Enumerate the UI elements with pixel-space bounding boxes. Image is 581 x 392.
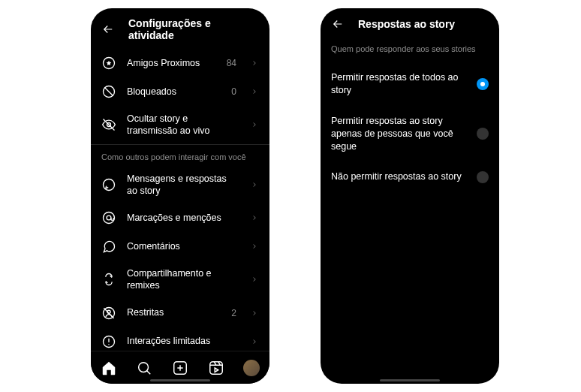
radio-option[interactable]: Não permitir respostas ao story	[321, 161, 499, 192]
radio-button[interactable]	[477, 78, 489, 90]
settings-row[interactable]: Amigos Proximos84	[91, 49, 269, 77]
chevron-right-icon	[250, 309, 259, 318]
eye-off-icon	[101, 117, 116, 132]
radio-button[interactable]	[477, 171, 489, 183]
chevron-right-icon	[250, 275, 259, 284]
plus-square-icon	[172, 360, 188, 376]
star-circle-icon	[101, 56, 116, 71]
back-button[interactable]	[331, 17, 345, 31]
svg-point-12	[139, 362, 149, 372]
settings-row[interactable]: Compartilhamento e remixes	[91, 261, 269, 299]
row-label: Bloqueados	[127, 86, 221, 98]
row-label: Marcações e menções	[127, 212, 239, 224]
nav-reels[interactable]	[206, 358, 226, 378]
home-icon	[101, 360, 117, 376]
row-label: Ocultar story e transmissão ao vivo	[127, 113, 239, 137]
svg-rect-14	[209, 361, 222, 374]
chevron-right-icon	[250, 337, 259, 346]
at-icon	[101, 210, 116, 225]
nav-profile[interactable]	[242, 358, 261, 378]
row-label: Interações limitadas	[127, 335, 239, 347]
share-icon	[101, 272, 116, 287]
svg-point-9	[108, 344, 109, 345]
page-title: Configurações e atividade	[128, 17, 259, 41]
row-count: 84	[227, 58, 236, 68]
section-title: Como outros podem interagir com você	[91, 144, 269, 166]
chevron-right-icon	[250, 242, 259, 251]
row-count: 2	[231, 308, 236, 318]
page-title: Respostas ao story	[358, 18, 455, 30]
chevron-right-icon	[250, 180, 259, 189]
header: Configurações e atividade	[91, 8, 269, 49]
settings-row[interactable]: Restritas2	[91, 299, 269, 327]
svg-point-3	[104, 179, 115, 190]
reels-icon	[208, 360, 224, 376]
row-label: Comentários	[127, 240, 239, 252]
radio-button[interactable]	[477, 128, 489, 140]
chevron-right-icon	[250, 59, 259, 68]
avatar-icon	[243, 360, 260, 376]
settings-row[interactable]: Bloqueados0	[91, 77, 269, 106]
back-button[interactable]	[101, 23, 115, 36]
story-replies-screen: Respostas ao story Quem pode responder a…	[321, 8, 499, 384]
option-label: Permitir respostas de todos ao story	[331, 71, 466, 97]
row-count: 0	[231, 86, 236, 97]
row-label: Mensagens e respostas ao story	[127, 173, 239, 198]
settings-list: Amigos Proximos84Bloqueados0Ocultar stor…	[91, 49, 269, 357]
settings-screen: Configurações e atividade Amigos Proximo…	[91, 8, 269, 384]
nav-search[interactable]	[134, 358, 154, 378]
message-icon	[101, 177, 116, 192]
svg-point-5	[107, 216, 111, 220]
options-list: Quem pode responder aos seus stories Per…	[321, 38, 499, 379]
settings-row[interactable]: Marcações e menções	[91, 204, 269, 232]
search-icon	[136, 360, 152, 376]
arrow-left-icon	[101, 23, 115, 36]
nav-home[interactable]	[99, 358, 119, 378]
settings-row[interactable]: Mensagens e respostas ao story	[91, 166, 269, 204]
header: Respostas ao story	[321, 8, 499, 38]
arrow-left-icon	[331, 17, 345, 31]
option-label: Permitir respostas ao story apenas de pe…	[331, 115, 466, 153]
chevron-right-icon	[250, 87, 259, 96]
chevron-right-icon	[250, 120, 259, 129]
restrict-icon	[101, 306, 116, 321]
home-indicator	[150, 379, 210, 381]
section-subtitle: Quem pode responder aos seus stories	[321, 38, 499, 62]
row-label: Amigos Proximos	[127, 57, 216, 69]
nav-create[interactable]	[170, 358, 190, 378]
row-label: Restritas	[127, 306, 221, 318]
block-icon	[101, 84, 116, 99]
settings-row[interactable]: Comentários	[91, 232, 269, 261]
radio-option[interactable]: Permitir respostas de todos ao story	[321, 62, 499, 106]
settings-row[interactable]: Ocultar story e transmissão ao vivo	[91, 106, 269, 144]
limited-icon	[101, 334, 116, 349]
radio-option[interactable]: Permitir respostas ao story apenas de pe…	[321, 106, 499, 162]
home-indicator	[380, 379, 440, 381]
comment-icon	[101, 239, 116, 254]
row-label: Compartilhamento e remixes	[127, 267, 239, 292]
option-label: Não permitir respostas ao story	[331, 170, 466, 183]
chevron-right-icon	[250, 213, 259, 222]
svg-point-4	[104, 213, 115, 224]
